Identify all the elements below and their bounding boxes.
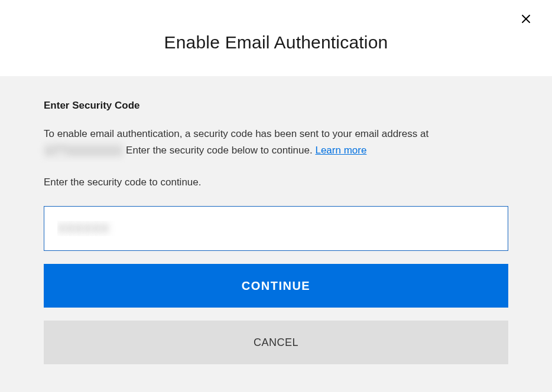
learn-more-link[interactable]: Learn more xyxy=(315,145,366,156)
cancel-button-label: CANCEL xyxy=(254,337,298,349)
prompt-text: Enter the security code to continue. xyxy=(44,177,508,188)
security-code-input[interactable] xyxy=(44,206,508,251)
description-part1: To enable email authentication, a securi… xyxy=(44,128,428,139)
masked-email: xx***xxxxxxxxxxx xyxy=(44,142,123,159)
close-icon xyxy=(521,14,531,27)
continue-button[interactable]: CONTINUE xyxy=(44,264,508,308)
description-text: To enable email authentication, a securi… xyxy=(44,126,508,159)
dialog-title: Enable Email Authentication xyxy=(0,32,552,53)
cancel-button[interactable]: CANCEL xyxy=(44,321,508,364)
dialog-header: Enable Email Authentication xyxy=(0,0,552,76)
description-part2: Enter the security code below to continu… xyxy=(123,145,315,156)
dialog-content: Enter Security Code To enable email auth… xyxy=(0,76,552,392)
continue-button-label: CONTINUE xyxy=(242,279,310,293)
section-title: Enter Security Code xyxy=(44,100,508,112)
close-button[interactable] xyxy=(519,13,533,27)
